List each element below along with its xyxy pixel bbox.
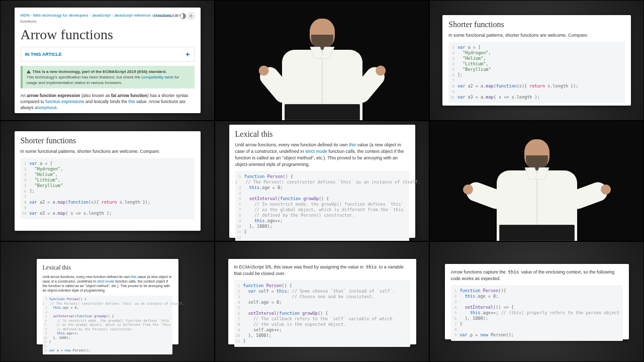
code-block: 1function Person() {2 // The Person() co… [43, 296, 172, 354]
grid-cell-7: Lexical this Until arrow functions, ever… [0, 241, 215, 362]
page-title: Arrow functions [21, 27, 195, 43]
section-desc: Until arrow functions, every new functio… [235, 142, 409, 168]
code-block: 1var a = [2 "Hydrogen",3 "Helium",4 "Lit… [448, 42, 625, 103]
arrow-capture-card: Arrow functions capture the this value o… [445, 264, 629, 339]
shorter-functions-card-dup: Shorter functions In some functional pat… [15, 131, 201, 231]
grid-cell-4: Shorter functions In some functional pat… [0, 121, 215, 241]
expand-icon[interactable]: + [186, 50, 190, 58]
languages-label[interactable]: LANGUAGES [153, 14, 178, 18]
code-block: 1var a = [2 "Hydrogen",3 "Helium",4 "Lit… [21, 158, 195, 219]
this-link[interactable]: this [129, 99, 135, 104]
breadcrumb-link[interactable]: JavaScript [91, 13, 110, 18]
laptop-icon [499, 225, 575, 241]
section-title: Shorter functions [21, 136, 195, 145]
grid-cell-1: MDN›Web technology for developers›JavaSc… [0, 0, 215, 121]
shorter-functions-card: Shorter functions In some functional pat… [442, 15, 631, 106]
grid-cell-8: In ECMAScript 3/5, this issue was fixed … [215, 241, 429, 362]
anonymous-link[interactable]: anonymous [35, 105, 57, 110]
gear-icon[interactable]: ⚙ [188, 13, 195, 19]
globe-icon[interactable] [180, 13, 186, 19]
language-tools[interactable]: LANGUAGES ⚙ [153, 13, 195, 19]
section-title: Lexical this [235, 130, 409, 139]
lexical-this-card-small: Lexical this Until arrow functions, ever… [37, 259, 178, 344]
breadcrumb-link[interactable]: MDN [21, 13, 30, 18]
code-block: 1function Person() {2 // The Person() co… [235, 171, 409, 242]
section-desc: In some functional patterns, shorter fun… [21, 148, 195, 155]
code-block: 1function Person() {2 var self = this; /… [234, 280, 410, 347]
this-link[interactable]: this [349, 142, 356, 147]
breadcrumb-link[interactable]: Web technology for developers [33, 13, 88, 18]
this-link[interactable]: this [131, 275, 137, 279]
warning-icon [27, 70, 31, 73]
compat-table-link[interactable]: compatibility table [141, 75, 173, 79]
breadcrumb-link[interactable]: JavaScript reference [114, 13, 150, 18]
toc-bar[interactable]: IN THIS ARTICLE + [21, 47, 195, 62]
section-title: Lexical this [43, 264, 172, 272]
grid-cell-3: Shorter functions In some functional pat… [429, 0, 644, 121]
section-title: Shorter functions [448, 20, 625, 29]
function-expressions-link[interactable]: function expressions [45, 99, 84, 104]
intro-paragraph: An arrow function expression (also known… [21, 93, 195, 111]
note-text-a: This technology's specification has been… [27, 75, 142, 79]
note-bold: This is a new technology, part of the EC… [33, 69, 167, 74]
code-block: 1function Person(){2 this.age = 0;34 set… [451, 285, 623, 341]
ecma35-fix-card: In ECMAScript 3/5, this issue was fixed … [228, 259, 416, 344]
mdn-page-card: MDN›Web technology for developers›JavaSc… [15, 8, 201, 113]
presenter-video [215, 1, 429, 120]
toc-label: IN THIS ARTICLE [25, 52, 62, 57]
grid-cell-2 [215, 0, 429, 121]
section-desc: In some functional patterns, shorter fun… [448, 32, 625, 39]
laptop-icon [285, 104, 360, 120]
strict-mode-link[interactable]: strict mode [97, 280, 114, 283]
grid-cell-6 [429, 121, 644, 241]
grid-cell-9: Arrow functions capture the this value o… [429, 241, 644, 362]
lexical-this-card: Lexical this Until arrow functions, ever… [229, 125, 415, 238]
compat-note: This is a new technology, part of the EC… [21, 66, 195, 88]
strict-mode-link[interactable]: strict mode [305, 149, 327, 154]
presenter-video [430, 121, 643, 241]
section-desc: In ECMAScript 3/5, this issue was fixed … [234, 264, 410, 277]
section-desc: Arrow functions capture the this value o… [451, 269, 623, 282]
grid-cell-5: Lexical this Until arrow functions, ever… [215, 121, 429, 241]
section-desc: Until arrow functions, every new functio… [43, 275, 172, 293]
